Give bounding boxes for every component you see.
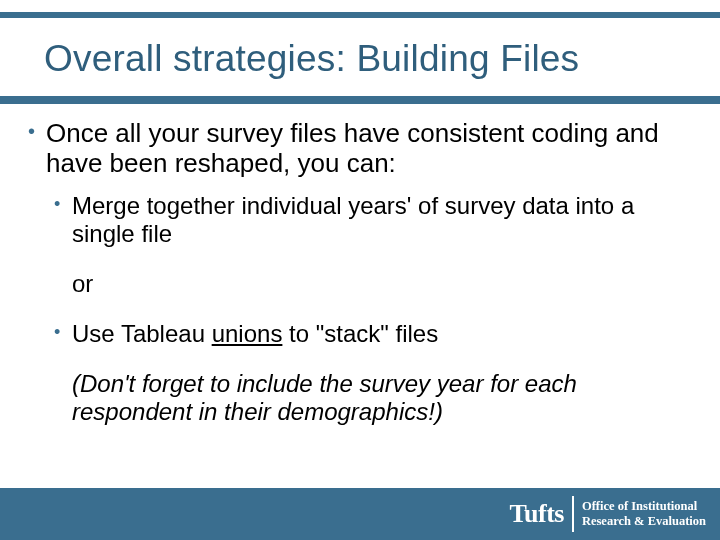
office-line2: Research & Evaluation <box>582 514 706 529</box>
bullet-level2-unions-pre: Use Tableau <box>72 320 212 347</box>
title-underline <box>0 96 720 104</box>
note-text-block: (Don't forget to include the survey year… <box>72 370 690 427</box>
bullet-level2-unions-underlined: unions <box>212 320 283 347</box>
vertical-divider <box>572 496 574 532</box>
slide-title: Overall strategies: Building Files <box>44 38 690 80</box>
office-name: Office of Institutional Research & Evalu… <box>582 499 706 529</box>
footer-logo-block: Tufts Office of Institutional Research &… <box>510 496 706 532</box>
note-text: (Don't forget to include the survey year… <box>72 370 577 425</box>
slide: Overall strategies: Building Files Once … <box>0 0 720 540</box>
office-line1: Office of Institutional <box>582 499 706 514</box>
top-accent-bar <box>0 12 720 18</box>
bullet-level2-unions-post: to "stack" files <box>282 320 438 347</box>
or-text: or <box>72 270 93 297</box>
bullet-level2-merge-text: Merge together individual years' of surv… <box>72 192 634 247</box>
tufts-logo: Tufts <box>510 499 564 529</box>
or-separator: or <box>72 270 690 298</box>
bullet-level1-text: Once all your survey files have consiste… <box>46 118 659 178</box>
bullet-level2-merge: Merge together individual years' of surv… <box>54 192 690 248</box>
content-area: Once all your survey files have consiste… <box>28 118 690 426</box>
footer-bar: Tufts Office of Institutional Research &… <box>0 488 720 540</box>
bullet-level2-unions: Use Tableau unions to "stack" files <box>54 320 690 348</box>
bullet-level1: Once all your survey files have consiste… <box>28 118 690 178</box>
